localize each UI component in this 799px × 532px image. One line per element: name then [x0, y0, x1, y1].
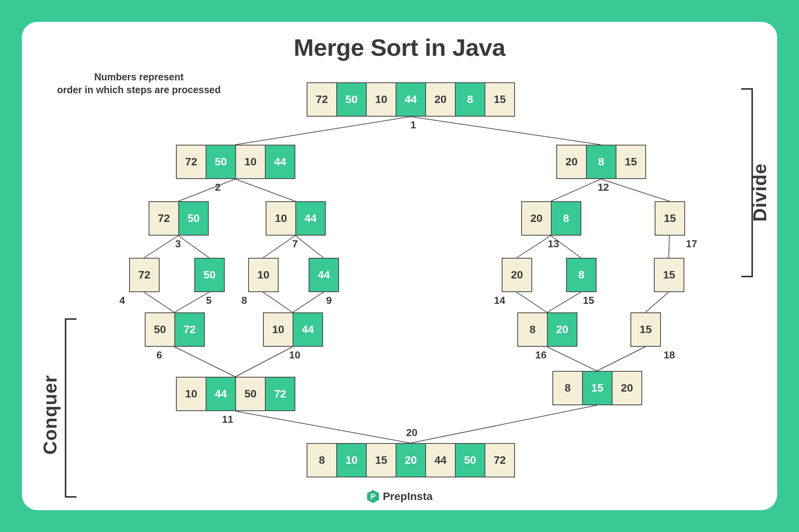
svg-line-1	[410, 117, 601, 145]
step-label-8: 8	[241, 294, 247, 307]
array-cell: 50	[206, 145, 236, 179]
logo-letter: P	[371, 492, 376, 501]
divide-label: Divide	[749, 163, 770, 222]
array-cell: 50	[235, 377, 266, 411]
svg-line-9	[601, 179, 669, 201]
array-cell: 72	[307, 82, 337, 117]
array-cell: 8	[551, 201, 581, 236]
array-cell: 20	[556, 145, 587, 179]
array-cell: 15	[582, 371, 613, 405]
svg-line-17	[517, 292, 547, 312]
logo-icon: P	[366, 490, 380, 503]
conquer-bracket	[65, 318, 76, 498]
legend-line-2: order in which steps are processed	[53, 83, 225, 96]
array-cell: 15	[485, 82, 515, 117]
array-cell: 15	[655, 201, 685, 236]
svg-line-0	[235, 117, 410, 145]
conquer-label: Conquer	[39, 375, 61, 454]
array-cell: 8	[586, 145, 616, 179]
array-cell: 72	[149, 201, 179, 236]
array-cell: 72	[485, 443, 515, 477]
svg-line-8	[551, 179, 601, 201]
step-label-10: 10	[289, 349, 300, 361]
array-cell: 10	[336, 443, 367, 477]
array-cell: 20	[502, 258, 532, 292]
svg-line-3	[235, 179, 295, 201]
step-label-9: 9	[326, 294, 332, 307]
svg-line-15	[263, 292, 293, 312]
array-cell: 8	[307, 443, 337, 477]
array-cell: 8	[552, 371, 583, 405]
array-cell: 10	[235, 145, 266, 179]
array-cell: 20	[521, 201, 552, 236]
array-cell: 44	[206, 377, 236, 411]
array-cell: 50	[178, 201, 209, 236]
array-cell: 44	[265, 145, 295, 179]
svg-line-16	[293, 292, 323, 312]
svg-line-4	[144, 236, 178, 258]
svg-line-25	[410, 405, 597, 443]
array-cell: 20	[425, 82, 456, 117]
array-cell: 15	[654, 258, 684, 292]
page-frame: Merge Sort in Java Numbers represent ord…	[0, 0, 799, 532]
array-cell: 50	[145, 312, 175, 347]
svg-line-2	[178, 179, 235, 201]
svg-line-19	[645, 292, 669, 312]
svg-line-21	[235, 347, 293, 377]
step-label-3: 3	[175, 238, 181, 250]
array-cell: 44	[396, 82, 426, 117]
step-label-7: 7	[292, 238, 298, 250]
step-label-11: 11	[222, 413, 233, 426]
svg-line-20	[174, 347, 235, 377]
array-cell: 10	[263, 312, 293, 347]
array-cell: 44	[425, 443, 456, 477]
svg-line-18	[547, 292, 581, 312]
svg-line-13	[144, 292, 174, 312]
svg-line-10	[517, 236, 551, 258]
step-label-18: 18	[664, 349, 675, 361]
array-cell: 50	[336, 82, 367, 117]
svg-line-12	[669, 236, 669, 258]
step-label-20: 20	[406, 427, 417, 439]
array-cell: 10	[366, 82, 396, 117]
array-cell: 15	[366, 443, 396, 477]
array-cell: 15	[630, 312, 661, 347]
step-label-17: 17	[686, 238, 697, 250]
array-cell: 20	[396, 443, 426, 477]
step-label-1: 1	[410, 119, 416, 131]
array-cell: 72	[174, 312, 205, 347]
array-cell: 15	[616, 145, 646, 179]
svg-line-22	[547, 347, 597, 371]
array-cell: 8	[517, 312, 548, 347]
step-label-16: 16	[535, 349, 547, 361]
array-cell: 72	[176, 145, 206, 179]
svg-line-23	[597, 347, 645, 371]
array-cell: 10	[266, 201, 296, 236]
step-label-13: 13	[548, 238, 559, 250]
svg-line-7	[295, 236, 323, 258]
svg-line-6	[263, 236, 295, 258]
array-cell: 20	[547, 312, 577, 347]
array-cell: 72	[129, 258, 160, 292]
array-cell: 8	[566, 258, 597, 292]
array-cell: 50	[194, 258, 225, 292]
brand-logo: P PrepInsta	[366, 490, 433, 503]
diagram-title: Merge Sort in Java	[294, 34, 505, 61]
array-cell: 72	[265, 377, 295, 411]
array-cell: 10	[248, 258, 279, 292]
step-label-15: 15	[583, 294, 594, 307]
svg-line-24	[235, 411, 410, 443]
array-cell: 20	[612, 371, 642, 405]
step-label-2: 2	[215, 181, 220, 193]
svg-line-5	[178, 236, 209, 258]
array-cell: 8	[455, 82, 485, 117]
array-cell: 44	[295, 201, 326, 236]
step-label-14: 14	[494, 294, 505, 307]
diagram-card: Merge Sort in Java Numbers represent ord…	[22, 22, 777, 510]
svg-line-14	[174, 292, 209, 312]
step-label-12: 12	[598, 181, 609, 193]
array-cell: 50	[455, 443, 485, 477]
step-label-6: 6	[156, 349, 162, 361]
step-label-4: 4	[119, 294, 125, 307]
logo-text: PrepInsta	[383, 490, 433, 503]
